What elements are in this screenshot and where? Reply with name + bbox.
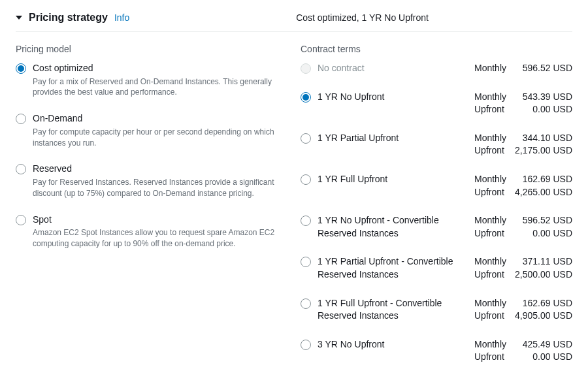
contract-price-block: Monthly596.52 USD: [474, 62, 572, 75]
pricing-model-option-desc: Pay for a mix of Reserved and On-Demand …: [33, 76, 290, 99]
upfront-price-label: Upfront: [474, 268, 504, 281]
contract-option[interactable]: 1 YR No UpfrontMonthly543.39 USDUpfront0…: [301, 91, 572, 116]
contract-option[interactable]: 1 YR Partial Upfront - Convertible Reser…: [301, 255, 572, 281]
contract-price-block: Monthly162.69 USDUpfront4,905.00 USD: [474, 297, 572, 323]
header-summary: Cost optimized, 1 YR No Upfront: [296, 12, 429, 23]
radio-icon[interactable]: [301, 133, 311, 144]
pricing-model-title: Pricing model: [16, 44, 290, 54]
monthly-price-label: Monthly: [474, 338, 506, 351]
contract-option-label: 1 YR Full Upfront: [318, 173, 468, 186]
radio-icon[interactable]: [301, 174, 311, 185]
contract-option[interactable]: 1 YR No Upfront - Convertible Reserved I…: [301, 214, 572, 240]
radio-icon[interactable]: [301, 216, 311, 226]
contract-price-block: Monthly543.39 USDUpfront0.00 USD: [474, 91, 572, 116]
pricing-model-option-desc: Amazon EC2 Spot Instances allow you to r…: [33, 227, 290, 249]
radio-icon[interactable]: [301, 340, 311, 350]
upfront-price-label: Upfront: [474, 227, 504, 240]
upfront-price-label: Upfront: [474, 186, 504, 199]
pricing-model-option-body: On-DemandPay for compute capacity per ho…: [33, 112, 290, 148]
radio-icon[interactable]: [16, 114, 26, 124]
upfront-price-row: Upfront2,500.00 USD: [474, 268, 572, 281]
pricing-model-option-body: SpotAmazon EC2 Spot Instances allow you …: [33, 214, 290, 249]
monthly-price-row: Monthly344.10 USD: [474, 132, 572, 145]
upfront-price-value: 0.00 USD: [510, 351, 572, 364]
contract-option-label: 1 YR Partial Upfront: [318, 132, 468, 145]
pricing-model-option[interactable]: On-DemandPay for compute capacity per ho…: [16, 112, 290, 148]
upfront-price-row: Upfront4,265.00 USD: [474, 186, 572, 199]
upfront-price-value: 0.00 USD: [510, 227, 572, 240]
contract-option[interactable]: 1 YR Full Upfront - Convertible Reserved…: [301, 297, 572, 323]
radio-icon[interactable]: [301, 92, 311, 103]
content-columns: Pricing model Cost optimizedPay for a mi…: [16, 44, 572, 369]
contract-terms-list: No contractMonthly596.52 USD1 YR No Upfr…: [301, 62, 572, 364]
upfront-price-label: Upfront: [474, 103, 504, 116]
pricing-model-column: Pricing model Cost optimizedPay for a mi…: [16, 44, 290, 369]
radio-icon[interactable]: [16, 63, 26, 74]
contract-option-label: 1 YR No Upfront - Convertible Reserved I…: [318, 214, 468, 240]
contract-option-label: 1 YR No Upfront: [318, 91, 468, 104]
monthly-price-row: Monthly543.39 USD: [474, 91, 572, 104]
contract-option-label: 1 YR Partial Upfront - Convertible Reser…: [318, 255, 468, 281]
monthly-price-row: Monthly425.49 USD: [474, 338, 572, 351]
monthly-price-value: 425.49 USD: [512, 338, 572, 351]
contract-option-label: No contract: [318, 62, 468, 75]
contract-option[interactable]: 1 YR Partial UpfrontMonthly344.10 USDUpf…: [301, 132, 572, 157]
monthly-price-row: Monthly162.69 USD: [474, 297, 572, 310]
monthly-price-value: 596.52 USD: [512, 62, 572, 75]
pricing-model-option-desc: Pay for Reserved Instances. Reserved Ins…: [33, 177, 290, 199]
pricing-model-option-desc: Pay for compute capacity per hour or per…: [33, 127, 290, 149]
radio-icon[interactable]: [16, 164, 26, 174]
upfront-price-row: Upfront0.00 USD: [474, 227, 572, 240]
monthly-price-value: 543.39 USD: [512, 91, 572, 104]
radio-icon[interactable]: [301, 257, 311, 267]
radio-icon[interactable]: [301, 298, 311, 309]
monthly-price-label: Monthly: [474, 214, 506, 227]
monthly-price-value: 162.69 USD: [512, 173, 572, 186]
upfront-price-value: 4,905.00 USD: [510, 310, 572, 323]
upfront-price-label: Upfront: [474, 310, 504, 323]
contract-price-block: Monthly162.69 USDUpfront4,265.00 USD: [474, 173, 572, 199]
upfront-price-label: Upfront: [474, 351, 504, 364]
monthly-price-value: 371.11 USD: [512, 255, 572, 268]
contract-price-block: Monthly344.10 USDUpfront2,175.00 USD: [474, 132, 572, 157]
pricing-model-option-label: Cost optimized: [33, 62, 290, 75]
upfront-price-value: 4,265.00 USD: [510, 186, 572, 199]
monthly-price-value: 596.52 USD: [512, 214, 572, 227]
upfront-price-row: Upfront0.00 USD: [474, 351, 572, 364]
contract-terms-title: Contract terms: [301, 44, 572, 54]
contract-price-block: Monthly425.49 USDUpfront0.00 USD: [474, 338, 572, 364]
monthly-price-row: Monthly596.52 USD: [474, 62, 572, 75]
contract-option-label: 1 YR Full Upfront - Convertible Reserved…: [318, 297, 468, 323]
monthly-price-row: Monthly596.52 USD: [474, 214, 572, 227]
pricing-model-option-label: Spot: [33, 214, 290, 227]
upfront-price-value: 2,175.00 USD: [510, 144, 572, 157]
monthly-price-value: 162.69 USD: [512, 297, 572, 310]
radio-icon: [301, 63, 311, 74]
upfront-price-value: 0.00 USD: [510, 103, 572, 116]
contract-option[interactable]: 3 YR No UpfrontMonthly425.49 USDUpfront0…: [301, 338, 572, 364]
pricing-model-option[interactable]: Cost optimizedPay for a mix of Reserved …: [16, 62, 290, 98]
monthly-price-value: 344.10 USD: [512, 132, 572, 145]
section-header: Pricing strategy Info Cost optimized, 1 …: [16, 12, 572, 32]
collapse-caret-icon[interactable]: [16, 16, 22, 20]
radio-icon[interactable]: [16, 215, 26, 225]
monthly-price-label: Monthly: [474, 91, 506, 104]
contract-terms-column: Contract terms No contractMonthly596.52 …: [301, 44, 572, 369]
pricing-model-option-body: Cost optimizedPay for a mix of Reserved …: [33, 62, 290, 98]
pricing-model-option[interactable]: ReservedPay for Reserved Instances. Rese…: [16, 163, 290, 199]
pricing-model-option-label: Reserved: [33, 163, 290, 176]
contract-option: No contractMonthly596.52 USD: [301, 62, 572, 75]
pricing-model-list: Cost optimizedPay for a mix of Reserved …: [16, 62, 290, 249]
upfront-price-value: 2,500.00 USD: [510, 268, 572, 281]
contract-option[interactable]: 1 YR Full UpfrontMonthly162.69 USDUpfron…: [301, 173, 572, 199]
info-link[interactable]: Info: [114, 12, 129, 23]
contract-price-block: Monthly371.11 USDUpfront2,500.00 USD: [474, 255, 572, 281]
contract-price-block: Monthly596.52 USDUpfront0.00 USD: [474, 214, 572, 240]
upfront-price-label: Upfront: [474, 144, 504, 157]
monthly-price-label: Monthly: [474, 173, 506, 186]
monthly-price-label: Monthly: [474, 62, 506, 75]
upfront-price-row: Upfront0.00 USD: [474, 103, 572, 116]
monthly-price-label: Monthly: [474, 297, 506, 310]
pricing-model-option[interactable]: SpotAmazon EC2 Spot Instances allow you …: [16, 214, 290, 249]
section-title: Pricing strategy: [29, 12, 108, 24]
